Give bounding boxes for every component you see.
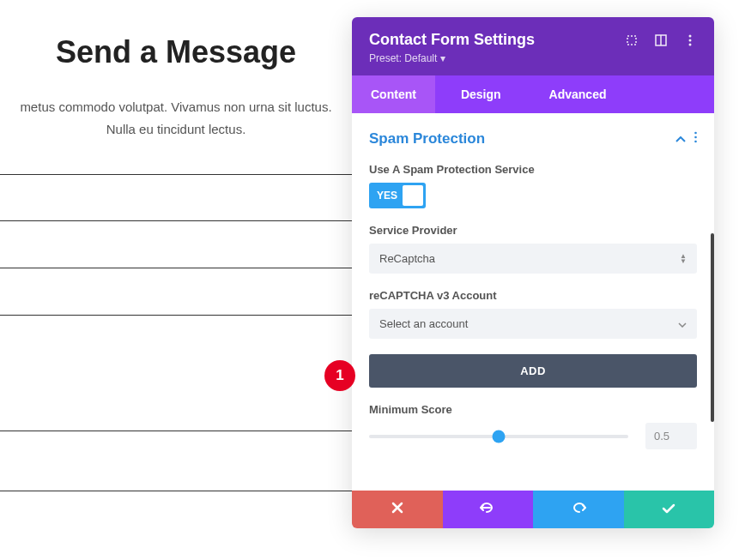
tabs: Content Design Advanced <box>352 75 714 113</box>
page-title: Send a Message <box>0 34 352 70</box>
svg-point-3 <box>689 34 692 37</box>
provider-value: ReCaptcha <box>379 252 435 265</box>
annotation-marker-1: 1 <box>324 360 355 391</box>
min-score-label: Minimum Score <box>369 403 697 416</box>
panel-footer <box>352 491 714 528</box>
chevron-down-icon: ▾ <box>440 52 445 64</box>
layout-icon[interactable] <box>654 33 668 47</box>
service-provider-select[interactable]: ReCaptcha ▲▼ <box>369 244 697 274</box>
preset-label: Preset: Default <box>369 52 437 64</box>
panel-header: Contact Form Settings Preset: Default ▾ <box>352 17 714 75</box>
close-icon <box>391 502 403 517</box>
tab-content[interactable]: Content <box>352 75 435 113</box>
undo-button[interactable] <box>443 491 534 528</box>
form-field[interactable] <box>0 174 352 221</box>
account-value: Select an account <box>379 317 468 330</box>
preset-dropdown[interactable]: Preset: Default ▾ <box>369 52 445 64</box>
check-icon <box>662 502 675 517</box>
spam-protection-toggle[interactable]: YES <box>369 183 426 208</box>
toggle-knob <box>403 185 423 206</box>
chevron-down-icon <box>678 318 687 330</box>
svg-point-6 <box>694 132 697 135</box>
page-description: metus commodo volutpat. Vivamus non urna… <box>0 96 352 166</box>
expand-icon[interactable] <box>625 33 639 47</box>
section-more-icon[interactable] <box>694 131 697 147</box>
tab-design[interactable]: Design <box>435 75 527 113</box>
scrollbar[interactable] <box>711 233 714 422</box>
confirm-button[interactable] <box>624 491 715 528</box>
recaptcha-account-select[interactable]: Select an account <box>369 309 697 339</box>
section-title: Spam Protection <box>369 130 485 148</box>
account-label: reCAPTCHA v3 Account <box>369 289 697 302</box>
provider-label: Service Provider <box>369 224 697 237</box>
form-field[interactable] <box>0 268 352 316</box>
use-spam-label: Use A Spam Protection Service <box>369 163 697 176</box>
panel-title: Contact Form Settings <box>369 31 535 49</box>
svg-point-5 <box>689 43 692 45</box>
redo-icon <box>571 502 586 517</box>
more-icon[interactable] <box>683 33 697 47</box>
svg-rect-0 <box>627 36 636 45</box>
redo-button[interactable] <box>533 491 624 528</box>
form-field[interactable] <box>0 316 352 431</box>
min-score-slider[interactable] <box>369 435 628 438</box>
min-score-input[interactable] <box>645 423 697 449</box>
settings-panel: Contact Form Settings Preset: Default ▾ … <box>352 17 714 528</box>
undo-icon <box>480 502 495 517</box>
tab-advanced[interactable]: Advanced <box>527 75 629 113</box>
svg-point-8 <box>694 141 697 143</box>
add-button[interactable]: ADD <box>369 354 697 388</box>
svg-point-4 <box>689 39 692 41</box>
toggle-yes-label: YES <box>372 190 397 202</box>
updown-icon: ▲▼ <box>680 254 687 264</box>
form-field[interactable] <box>0 221 352 268</box>
form-field[interactable] <box>0 431 352 491</box>
cancel-button[interactable] <box>352 491 443 528</box>
collapse-icon[interactable] <box>675 131 686 147</box>
svg-point-7 <box>694 136 697 139</box>
slider-thumb <box>493 430 506 443</box>
